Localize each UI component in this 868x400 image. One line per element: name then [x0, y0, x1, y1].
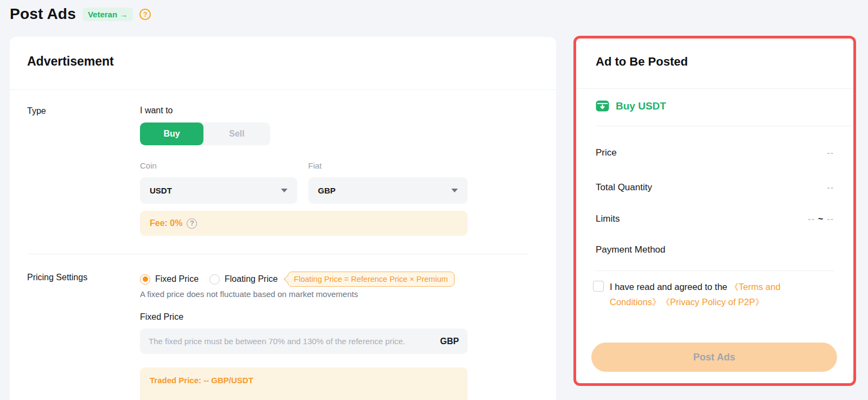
agreement-checkbox[interactable]	[593, 281, 604, 292]
i-want-to-label: I want to	[140, 106, 173, 115]
pricing-settings-label: Pricing Settings	[27, 273, 87, 282]
help-icon[interactable]: ?	[139, 9, 151, 20]
limits-to: --	[827, 214, 834, 223]
summary-row-label: Limits	[596, 214, 620, 224]
summary-row-limits: Limits --~--	[596, 212, 834, 225]
advertisement-heading: Advertisement	[27, 54, 114, 69]
summary-row-label: Payment Method	[596, 244, 666, 255]
summary-row-price: Price --	[596, 146, 834, 159]
fiat-select-value: GBP	[318, 186, 336, 195]
arrow-right-icon: →	[119, 10, 127, 19]
fixed-price-radio[interactable]	[140, 274, 150, 285]
page-title: Post Ads	[10, 5, 76, 23]
summary-row-value: --~--	[808, 214, 834, 224]
limits-from: --	[808, 214, 815, 223]
summary-row-value: --	[827, 183, 834, 192]
floating-price-radio[interactable]	[209, 274, 220, 285]
fee-text: Fee: 0%	[150, 218, 182, 228]
fixed-price-field: GBP	[140, 328, 468, 354]
fixed-price-input[interactable]	[149, 337, 435, 346]
buy-sell-toggle: Buy Sell	[140, 122, 270, 145]
page-header: Post Ads Veteran→ ?	[10, 5, 151, 23]
divider	[596, 270, 834, 271]
fixed-price-label: Fixed Price	[140, 312, 183, 322]
sell-tab[interactable]: Sell	[203, 122, 270, 145]
privacy-policy-link[interactable]: 《Privacy Policy of P2P》	[661, 297, 764, 307]
fee-banner: Fee: 0% ?	[140, 211, 468, 236]
traded-price-text: Traded Price: -- GBP/USDT	[150, 376, 253, 385]
divider	[596, 126, 853, 126]
ad-side-label: Buy USDT	[616, 100, 666, 112]
divider	[10, 89, 556, 90]
divider	[576, 88, 853, 89]
agreement-text: I have read and agreed to the 《Terms and…	[610, 279, 827, 309]
fixed-price-currency-suffix: GBP	[440, 337, 459, 346]
summary-heading: Ad to Be Posted	[596, 55, 688, 69]
buy-tab[interactable]: Buy	[140, 122, 203, 145]
ad-side-row: Buy USDT	[596, 100, 666, 112]
fixed-price-hint: A fixed price does not fluctuate based o…	[140, 289, 358, 299]
advertisement-card: Advertisement Type I want to Buy Sell Co…	[10, 37, 556, 400]
coin-label: Coin	[140, 161, 157, 170]
buy-deposit-icon	[596, 100, 609, 112]
fixed-price-radio-label[interactable]: Fixed Price	[155, 274, 199, 284]
agreement-prefix: I have read and agreed to the	[610, 282, 730, 292]
summary-row-total-quantity: Total Quantity --	[596, 181, 834, 194]
divider	[27, 254, 529, 254]
fiat-select[interactable]: GBP	[308, 177, 468, 204]
traded-price-banner: Traded Price: -- GBP/USDT	[140, 367, 468, 400]
summary-row-label: Price	[596, 147, 617, 158]
coin-select-value: USDT	[150, 186, 172, 195]
floating-price-tooltip-text: Floating Price = Reference Price × Premi…	[294, 275, 448, 283]
chevron-down-icon	[281, 189, 288, 192]
summary-row-payment-method: Payment Method	[596, 243, 834, 256]
agreement-row: I have read and agreed to the 《Terms and…	[593, 279, 832, 309]
veteran-badge-label: Veteran	[88, 10, 117, 19]
pricing-mode-radios: Fixed Price Floating Price Floating Pric…	[140, 272, 455, 287]
ad-summary-panel: Ad to Be Posted Buy USDT Price -- Total …	[573, 36, 856, 386]
fee-help-icon[interactable]: ?	[187, 218, 197, 229]
veteran-badge[interactable]: Veteran→	[82, 8, 133, 21]
post-ads-button[interactable]: Post Ads	[591, 343, 837, 372]
chevron-down-icon	[451, 189, 458, 192]
summary-row-value: --	[827, 148, 834, 158]
coin-select[interactable]: USDT	[140, 177, 297, 204]
summary-row-label: Total Quantity	[596, 182, 652, 193]
tooltip-arrow	[284, 276, 291, 283]
type-label: Type	[27, 106, 46, 116]
fiat-label: Fiat	[308, 161, 322, 170]
tilde-separator: ~	[815, 214, 827, 223]
floating-price-radio-label[interactable]: Floating Price	[225, 274, 278, 284]
floating-price-tooltip: Floating Price = Reference Price × Premi…	[288, 272, 455, 287]
